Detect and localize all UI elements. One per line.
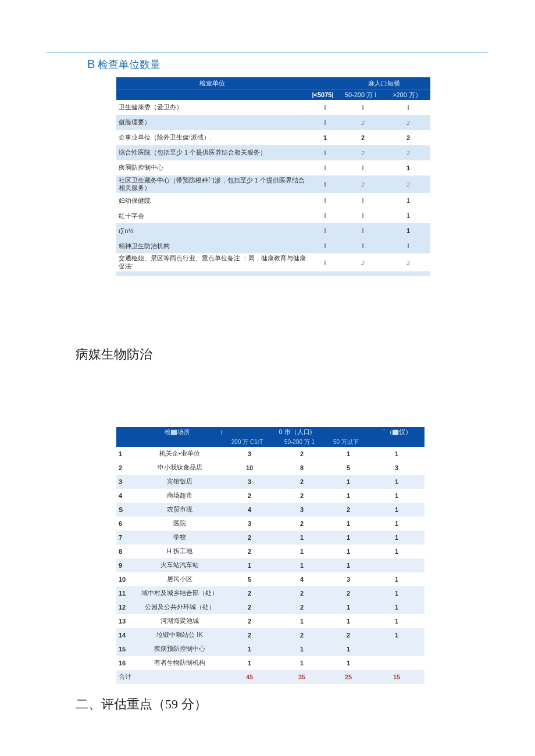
place-name: H 拆工地 bbox=[136, 547, 223, 556]
row-index: 4 bbox=[116, 492, 136, 499]
table-row: 企事业单位（除外卫生健!派域）.122 bbox=[116, 130, 430, 145]
cell-c1: I bbox=[311, 227, 340, 234]
cell-c4: 1 bbox=[369, 618, 425, 625]
unit-name: 红十字会 bbox=[116, 212, 311, 220]
place-name: 医院 bbox=[136, 519, 223, 528]
cell-c1: I bbox=[311, 119, 340, 126]
col-lt50w: 50 万以下 bbox=[326, 438, 366, 446]
cell-c3: 2 bbox=[386, 134, 430, 141]
footnote-c2: 2 bbox=[340, 259, 386, 266]
col-50-200w: 50-200 万 1 bbox=[273, 438, 326, 446]
row-index: 1 bbox=[116, 450, 136, 457]
cell-c3: 1 bbox=[328, 520, 369, 527]
table-row: 综合性医院（包括至少 1 个提供医养结合相关服务）I22 bbox=[116, 145, 430, 160]
total-c3: 25 bbox=[328, 673, 369, 680]
cell-c2: 2 bbox=[340, 149, 386, 156]
row-index: 14 bbox=[116, 632, 136, 639]
cell-c2: 8 bbox=[276, 464, 328, 471]
table2-header-row2: 200 万 C1rT 50-200 万 1 50 万以下 bbox=[116, 438, 425, 447]
divider-top bbox=[47, 52, 488, 53]
table-inspection-units: 检壹单位 麻人口短横 |<5075| 50-200 万 I >200 万） 卫生… bbox=[116, 77, 430, 276]
title-b-text: 检查单位数量 bbox=[98, 59, 160, 70]
table-row: 12公园及公共外环城（处）2211 bbox=[116, 600, 425, 614]
place-name: 公园及公共外环城（处） bbox=[136, 603, 223, 611]
cell-c2: 2 bbox=[276, 590, 328, 597]
cell-c4: 1 bbox=[369, 534, 425, 541]
col-population: 麻人口短横 bbox=[337, 79, 430, 88]
table-row: 卫生健康委（爱卫办）III bbox=[116, 100, 430, 115]
place-name: 商场超市 bbox=[136, 491, 223, 500]
table1-header-row2: |<5075| 50-200 万 I >200 万） bbox=[116, 89, 430, 100]
table-row: 10居民小区5431 bbox=[116, 572, 425, 586]
cell-c2: 2 bbox=[276, 450, 328, 457]
row-index: 11 bbox=[116, 590, 136, 597]
table-row: S农贸市境4321 bbox=[116, 503, 425, 517]
section-eval-focus: 二、评估重点（59 分） bbox=[76, 696, 535, 713]
table1-header-row1: 检壹单位 麻人口短横 bbox=[116, 77, 430, 89]
table-row: 2申小我钛食品店10853 bbox=[116, 461, 425, 475]
cell-c4: 1 bbox=[369, 506, 425, 513]
row-index: S bbox=[116, 506, 136, 513]
unit-name: 社区卫生藏务中心（带预防橙种门滲，包括至少 1 个提供医界结合相关服务） bbox=[116, 177, 311, 192]
cell-c1: I bbox=[311, 197, 340, 204]
table2-header-row1: 检▇场所 I 0 市（人口) " （▇仪） bbox=[116, 427, 425, 438]
cell-c3: 1 bbox=[386, 227, 430, 234]
place-name: 申小我钛食品店 bbox=[136, 463, 223, 472]
place-name: 域中村及城乡结合部（处） bbox=[136, 589, 223, 597]
col-gt200: >200 万） bbox=[384, 91, 430, 99]
place-name: 居民小区 bbox=[136, 575, 223, 583]
cell-c3: 1 bbox=[328, 492, 369, 499]
cell-c2: 2 bbox=[276, 632, 328, 639]
table-row: 9火车站汽车站111 bbox=[116, 558, 425, 572]
place-name: 机关企•业单位 bbox=[136, 449, 223, 458]
footnote-c3: 2 bbox=[386, 259, 430, 266]
cell-c1: I bbox=[311, 164, 340, 171]
row-index: 13 bbox=[116, 618, 136, 625]
vbar: I bbox=[221, 429, 226, 436]
cell-c1: 2 bbox=[223, 492, 276, 499]
cell-c1: I bbox=[311, 212, 340, 219]
cell-c3: 1 bbox=[328, 618, 369, 625]
cell-c3: 1 bbox=[328, 548, 369, 555]
col-place: 检▇场所 bbox=[134, 428, 221, 436]
cell-c4: 1 bbox=[369, 632, 425, 639]
cell-c1: 1 bbox=[223, 646, 276, 653]
cell-c2: I bbox=[340, 212, 386, 219]
cell-c2: 2 bbox=[276, 492, 328, 499]
place-name: 火车站汽车站 bbox=[136, 561, 223, 569]
total-c4: 15 bbox=[369, 673, 425, 680]
cell-c3: 1 bbox=[328, 534, 369, 541]
table-row: 7学校2111 bbox=[116, 531, 425, 544]
cell-c3: 1 bbox=[386, 212, 430, 219]
table-row: 13河湖海粱池城2111 bbox=[116, 614, 425, 628]
place-name: 河湖海粱池城 bbox=[136, 617, 223, 625]
table-row: ι∑n½II1 bbox=[116, 223, 430, 238]
table-row: 16有者生物防制机构111 bbox=[116, 656, 425, 670]
cell-c2: 2 bbox=[276, 478, 328, 485]
unit-name: 妇幼保健院 bbox=[116, 197, 311, 205]
cell-c2: 3 bbox=[276, 506, 328, 513]
table-row: 6医院3211 bbox=[116, 517, 425, 531]
cell-c3: 5 bbox=[328, 464, 369, 471]
unit-name: 企事业单位（除外卫生健!派域）. bbox=[116, 134, 311, 141]
row-index: 12 bbox=[116, 604, 136, 611]
cell-c1: 2 bbox=[223, 618, 276, 625]
cell-c2: I bbox=[340, 104, 386, 111]
cell-c3: 1 bbox=[386, 164, 430, 171]
cell-c2: I bbox=[340, 197, 386, 204]
cell-c2: 2 bbox=[276, 604, 328, 611]
table-row: 妇幼保健院II1 bbox=[116, 193, 430, 208]
cell-c2: I bbox=[340, 227, 386, 234]
footnote-c1: i bbox=[311, 259, 340, 266]
cell-c3: 2 bbox=[386, 119, 430, 126]
cell-c4: 1 bbox=[369, 548, 425, 555]
cell-c2: 1 bbox=[276, 660, 328, 667]
table-row: 红十字会II1 bbox=[116, 208, 430, 223]
unit-name: 僦脸理要） bbox=[116, 119, 311, 126]
cell-c4: 1 bbox=[369, 478, 425, 485]
cell-c3: 2 bbox=[328, 632, 369, 639]
table2-total-row: 合计 45 35 25 15 bbox=[116, 670, 425, 684]
unit-name: 疾屙防控制中心 bbox=[116, 164, 311, 171]
cell-c2: 2 bbox=[340, 134, 386, 141]
cell-c3: 2 bbox=[328, 506, 369, 513]
